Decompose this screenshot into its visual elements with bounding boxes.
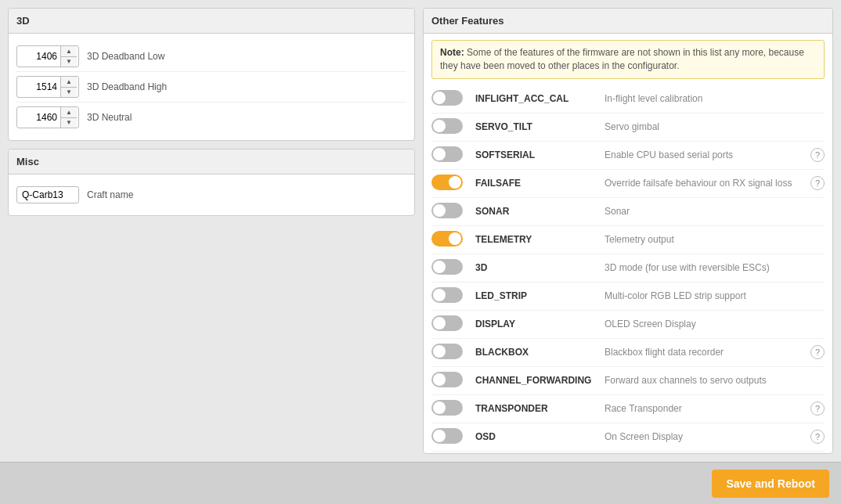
toggle-blackbox[interactable] bbox=[431, 344, 463, 359]
feature-name-3d: 3D bbox=[475, 262, 605, 273]
deadband-low-up[interactable]: ▲ bbox=[61, 46, 77, 56]
feature-name-display: DISPLAY bbox=[475, 319, 605, 329]
deadband-high-label: 3D Deadband High bbox=[87, 81, 167, 92]
feature-name-led_strip: LED_STRIP bbox=[475, 290, 605, 301]
feature-row: CHANNEL_FORWARDINGForward aux channels t… bbox=[431, 367, 825, 395]
help-icon-failsafe[interactable]: ? bbox=[810, 176, 825, 190]
feature-row: SERVO_TILTServo gimbal bbox=[431, 113, 825, 142]
neutral-up[interactable]: ▲ bbox=[61, 107, 77, 117]
help-icon-transponder[interactable]: ? bbox=[810, 401, 825, 416]
feature-desc-3d: 3D mode (for use with reversible ESCs) bbox=[605, 262, 825, 273]
left-panel: 3D ▲ ▼ 3D Deadband Low ▲ ▼ bbox=[8, 8, 415, 454]
feature-desc-softserial: Enable CPU based serial ports bbox=[605, 149, 806, 160]
craft-name-input[interactable] bbox=[16, 186, 79, 203]
feature-desc-led_strip: Multi-color RGB LED strip support bbox=[605, 290, 825, 301]
field-neutral: ▲ ▼ 3D Neutral bbox=[16, 103, 406, 132]
feature-name-telemetry: TELEMETRY bbox=[475, 234, 605, 245]
toggle-slider-3d bbox=[431, 259, 463, 275]
deadband-high-input-wrap[interactable]: ▲ ▼ bbox=[16, 76, 79, 98]
toggle-sonar[interactable] bbox=[431, 203, 463, 218]
features-list: INFLIGHT_ACC_CALIn-flight level calibrat… bbox=[424, 85, 832, 453]
feature-name-transponder: TRANSPONDER bbox=[475, 403, 605, 414]
toggle-wrap-softserial bbox=[431, 146, 467, 164]
feature-row: FAILSAFEOverride failsafe behaviour on R… bbox=[431, 170, 825, 198]
toggle-slider-transponder bbox=[431, 400, 463, 416]
deadband-low-input-wrap[interactable]: ▲ ▼ bbox=[16, 45, 79, 67]
toggle-slider-sonar bbox=[431, 203, 463, 218]
feature-row: DISPLAYOLED Screen Display bbox=[431, 311, 825, 339]
deadband-high-down[interactable]: ▼ bbox=[61, 87, 77, 97]
toggle-slider-blackbox bbox=[431, 344, 463, 359]
toggle-slider-telemetry bbox=[431, 231, 463, 247]
toggle-slider-channel_forwarding bbox=[431, 372, 463, 387]
feature-desc-inflight_acc_cal: In-flight level calibration bbox=[605, 93, 825, 104]
feature-desc-sonar: Sonar bbox=[605, 206, 825, 217]
toggle-wrap-inflight_acc_cal bbox=[431, 90, 467, 108]
feature-name-softserial: SOFTSERIAL bbox=[475, 149, 605, 160]
feature-desc-servo_tilt: Servo gimbal bbox=[605, 121, 825, 132]
neutral-input[interactable] bbox=[17, 110, 60, 125]
feature-desc-failsafe: Override failsafe behaviour on RX signal… bbox=[605, 178, 806, 189]
feature-name-failsafe: FAILSAFE bbox=[475, 178, 605, 189]
toggle-wrap-osd bbox=[431, 428, 467, 446]
toggle-inflight_acc_cal[interactable] bbox=[431, 90, 463, 106]
toggle-softserial[interactable] bbox=[431, 146, 463, 162]
right-panel: Other Features Note: Some of the feature… bbox=[423, 8, 833, 454]
toggle-channel_forwarding[interactable] bbox=[431, 372, 463, 387]
neutral-label: 3D Neutral bbox=[87, 112, 132, 123]
toggle-wrap-channel_forwarding bbox=[431, 372, 467, 390]
toggle-wrap-failsafe bbox=[431, 175, 467, 193]
toggle-slider-servo_tilt bbox=[431, 118, 463, 134]
section-misc-title: Misc bbox=[9, 149, 414, 175]
toggle-wrap-servo_tilt bbox=[431, 118, 467, 136]
feature-desc-telemetry: Telemetry output bbox=[605, 234, 825, 245]
toggle-slider-softserial bbox=[431, 146, 463, 162]
feature-name-inflight_acc_cal: INFLIGHT_ACC_CAL bbox=[475, 93, 605, 104]
toggle-slider-inflight_acc_cal bbox=[431, 90, 463, 106]
toggle-telemetry[interactable] bbox=[431, 231, 463, 247]
feature-name-sonar: SONAR bbox=[475, 206, 605, 217]
note-box: Note: Some of the features of the firmwa… bbox=[431, 40, 825, 79]
deadband-low-down[interactable]: ▼ bbox=[61, 56, 77, 67]
deadband-high-up[interactable]: ▲ bbox=[61, 77, 77, 87]
save-reboot-button[interactable]: Save and Reboot bbox=[712, 470, 829, 498]
feature-row: 3D3D mode (for use with reversible ESCs) bbox=[431, 254, 825, 283]
field-deadband-high: ▲ ▼ 3D Deadband High bbox=[16, 72, 406, 103]
feature-desc-blackbox: Blackbox flight data recorder bbox=[605, 347, 806, 358]
feature-desc-transponder: Race Transponder bbox=[605, 403, 806, 414]
toggle-failsafe[interactable] bbox=[431, 175, 463, 190]
toggle-wrap-sonar bbox=[431, 203, 467, 221]
feature-desc-osd: On Screen Display bbox=[605, 431, 806, 442]
note-bold: Note: bbox=[440, 47, 464, 58]
help-icon-blackbox[interactable]: ? bbox=[810, 345, 825, 359]
feature-row: TELEMETRYTelemetry output bbox=[431, 226, 825, 254]
section-3d-title: 3D bbox=[9, 9, 414, 34]
feature-desc-display: OLED Screen Display bbox=[605, 319, 825, 329]
toggle-slider-failsafe bbox=[431, 175, 463, 190]
feature-row: OSDOn Screen Display? bbox=[431, 423, 825, 452]
neutral-down[interactable]: ▼ bbox=[61, 117, 77, 128]
toggle-servo_tilt[interactable] bbox=[431, 118, 463, 134]
toggle-3d[interactable] bbox=[431, 259, 463, 275]
feature-name-blackbox: BLACKBOX bbox=[475, 347, 605, 358]
feature-row: BLACKBOXBlackbox flight data recorder? bbox=[431, 339, 825, 367]
feature-row: SONARSonar bbox=[431, 198, 825, 226]
deadband-high-input[interactable] bbox=[17, 79, 60, 95]
toggle-osd[interactable] bbox=[431, 428, 463, 444]
section-misc: Misc Craft name bbox=[8, 149, 415, 216]
toggle-display[interactable] bbox=[431, 315, 463, 331]
toggle-wrap-telemetry bbox=[431, 231, 467, 249]
toggle-wrap-led_strip bbox=[431, 287, 467, 305]
help-icon-osd[interactable]: ? bbox=[810, 430, 825, 444]
field-deadband-low: ▲ ▼ 3D Deadband Low bbox=[16, 41, 406, 72]
neutral-input-wrap[interactable]: ▲ ▼ bbox=[16, 106, 79, 128]
toggle-transponder[interactable] bbox=[431, 400, 463, 416]
toggle-wrap-3d bbox=[431, 259, 467, 277]
deadband-low-input[interactable] bbox=[17, 49, 60, 64]
deadband-low-label: 3D Deadband Low bbox=[87, 51, 164, 62]
feature-name-channel_forwarding: CHANNEL_FORWARDING bbox=[475, 375, 605, 386]
help-icon-softserial[interactable]: ? bbox=[810, 148, 825, 162]
toggle-led_strip[interactable] bbox=[431, 287, 463, 303]
craft-name-label: Craft name bbox=[87, 189, 133, 200]
toggle-slider-led_strip bbox=[431, 287, 463, 303]
